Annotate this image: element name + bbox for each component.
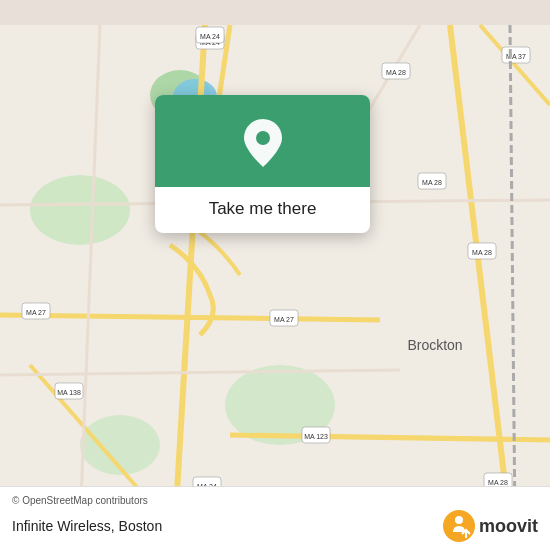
svg-text:MA 28: MA 28 [386, 69, 406, 76]
moovit-logo-icon [443, 510, 475, 542]
svg-text:MA 123: MA 123 [304, 433, 328, 440]
svg-text:MA 28: MA 28 [472, 249, 492, 256]
svg-text:MA 138: MA 138 [57, 389, 81, 396]
svg-text:MA 28: MA 28 [488, 479, 508, 486]
location-pin-icon [241, 117, 285, 169]
app-name-label: Infinite Wireless, Boston [12, 518, 162, 534]
moovit-brand-text: moovit [479, 516, 538, 537]
svg-point-1 [30, 175, 130, 245]
take-me-there-button[interactable]: Take me there [209, 199, 317, 219]
popup-body: Take me there [155, 187, 370, 233]
svg-text:Brockton: Brockton [407, 337, 462, 353]
app-info-row: Infinite Wireless, Boston moovit [12, 510, 538, 542]
svg-text:MA 28: MA 28 [422, 179, 442, 186]
svg-point-43 [256, 131, 270, 145]
svg-text:MA 27: MA 27 [274, 316, 294, 323]
attribution-text: © OpenStreetMap contributors [12, 495, 538, 506]
map-container: MA 24 MA 27 MA 27 MA 28 MA 28 MA 28 MA 3… [0, 0, 550, 550]
svg-point-45 [455, 516, 463, 524]
moovit-logo: moovit [443, 510, 538, 542]
popup-header [155, 95, 370, 187]
bottom-bar: © OpenStreetMap contributors Infinite Wi… [0, 486, 550, 550]
svg-text:MA 27: MA 27 [26, 309, 46, 316]
svg-text:MA 24: MA 24 [200, 33, 220, 40]
map-background: MA 24 MA 27 MA 27 MA 28 MA 28 MA 28 MA 3… [0, 0, 550, 550]
popup-card: Take me there [155, 95, 370, 233]
